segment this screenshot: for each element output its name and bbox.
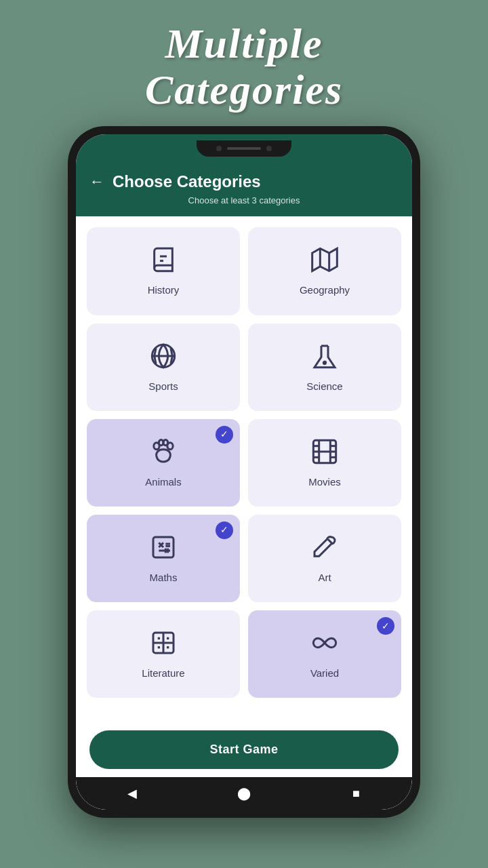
infinity-icon <box>311 629 338 660</box>
categories-grid: History Geography <box>76 216 412 709</box>
animals-check: ✓ <box>216 426 233 443</box>
art-icon <box>311 534 338 565</box>
science-label: Science <box>306 380 342 392</box>
svg-point-7 <box>323 361 325 363</box>
back-button[interactable]: ← <box>89 173 104 191</box>
category-art[interactable]: Art <box>248 515 401 602</box>
paw-icon <box>150 438 177 469</box>
page-title: Multiple Categories <box>145 20 343 113</box>
book-icon <box>150 246 177 277</box>
sports-label: Sports <box>148 380 178 392</box>
animals-label: Animals <box>145 476 181 488</box>
literature-icon <box>150 629 177 660</box>
varied-label: Varied <box>310 667 339 679</box>
movies-label: Movies <box>308 476 341 488</box>
sports-icon <box>150 342 177 374</box>
nav-back-icon[interactable]: ◀ <box>120 781 144 806</box>
literature-label: Literature <box>142 667 184 679</box>
notch-camera <box>216 146 222 151</box>
science-icon <box>311 342 338 374</box>
maths-icon <box>150 534 177 565</box>
history-label: History <box>148 284 180 296</box>
nav-home-icon[interactable]: ⬤ <box>232 781 256 806</box>
category-animals[interactable]: Animals ✓ <box>87 419 240 507</box>
category-history[interactable]: History <box>87 227 240 315</box>
map-icon <box>311 246 338 277</box>
category-maths[interactable]: Maths ✓ <box>87 515 240 602</box>
film-icon <box>311 438 338 469</box>
category-movies[interactable]: Movies <box>248 419 401 507</box>
svg-point-11 <box>163 439 168 445</box>
maths-check: ✓ <box>216 521 233 539</box>
category-literature[interactable]: Literature <box>87 610 240 698</box>
varied-check: ✓ <box>377 617 394 635</box>
art-label: Art <box>318 572 331 583</box>
app-header: ← Choose Categories Choose at least 3 ca… <box>76 163 412 216</box>
category-geography[interactable]: Geography <box>248 227 401 315</box>
screen-title: Choose Categories <box>113 172 261 191</box>
start-game-button[interactable]: Start Game <box>89 730 399 769</box>
svg-line-29 <box>328 539 333 544</box>
svg-marker-2 <box>312 249 338 271</box>
category-varied[interactable]: Varied ✓ <box>248 610 401 698</box>
category-science[interactable]: Science <box>248 323 401 411</box>
notch-bar <box>227 147 261 150</box>
header-subtitle: Choose at least 3 categories <box>89 195 399 205</box>
category-sports[interactable]: Sports <box>87 323 240 411</box>
nav-bar: ◀ ⬤ ■ <box>76 777 412 810</box>
geography-label: Geography <box>300 284 350 296</box>
notch-camera <box>266 146 272 151</box>
nav-recents-icon[interactable]: ■ <box>344 781 368 806</box>
maths-label: Maths <box>150 572 178 583</box>
phone-notch-area <box>76 134 412 163</box>
phone-frame: ← Choose Categories Choose at least 3 ca… <box>68 126 420 818</box>
bottom-area: Start Game <box>76 719 412 777</box>
